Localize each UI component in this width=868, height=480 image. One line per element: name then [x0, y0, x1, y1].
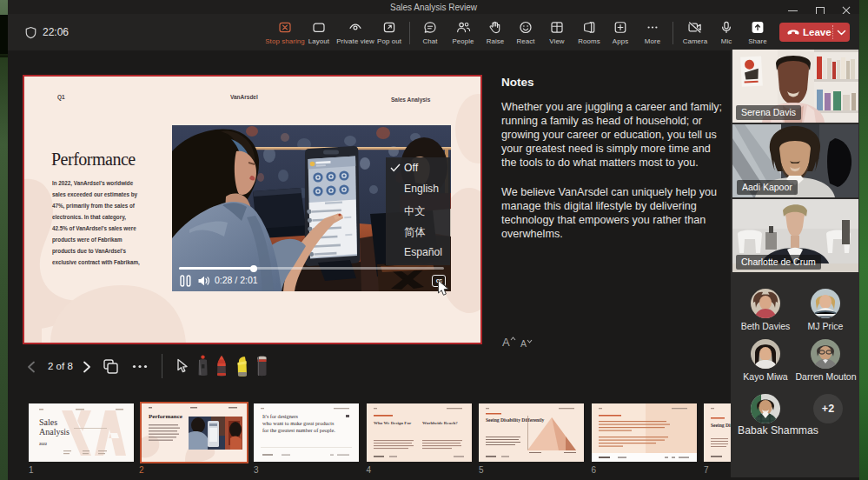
- svg-text:Sales: Sales: [39, 417, 57, 427]
- svg-text:It's for designers: It's for designers: [262, 413, 299, 419]
- svg-text:2022: 2022: [39, 442, 48, 446]
- svg-text:Seeing Disability Differently: Seeing Disability Differently: [486, 417, 545, 423]
- svg-text:Analysis: Analysis: [39, 427, 70, 437]
- svg-text:Who We Design For: Who We Design For: [374, 421, 412, 425]
- svg-text:Seeing Disab: Seeing Disab: [711, 423, 731, 428]
- svg-text:Worldwide Reach?: Worldwide Reach?: [422, 421, 458, 425]
- svg-text:who want to make great product: who want to make great products: [262, 420, 335, 426]
- svg-text:for the greatest number of peo: for the greatest number of people.: [262, 427, 335, 433]
- svg-text:Performance: Performance: [149, 413, 182, 420]
